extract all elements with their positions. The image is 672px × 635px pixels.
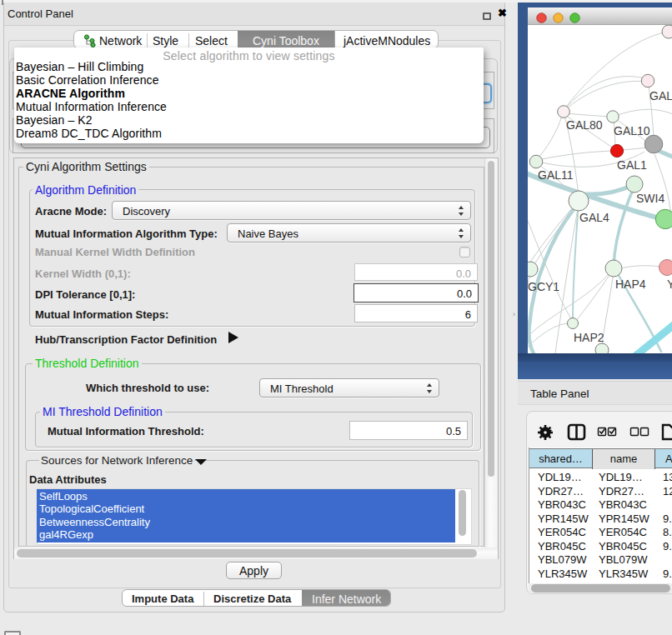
svg-text:GAL10: GAL10 [614,124,650,138]
svg-text:GAL: GAL [649,89,672,102]
svg-text:GAL1: GAL1 [617,158,647,172]
svg-text:SWI4: SWI4 [636,192,664,205]
svg-text:Y: Y [667,278,672,291]
svg-text:HAP2: HAP2 [574,331,604,344]
svg-text:GAL11: GAL11 [538,168,574,182]
svg-text:GAL4: GAL4 [579,211,609,224]
svg-text:GAL80: GAL80 [566,118,603,132]
svg-text:GCY1: GCY1 [528,280,559,293]
svg-text:HAP4: HAP4 [615,278,646,291]
